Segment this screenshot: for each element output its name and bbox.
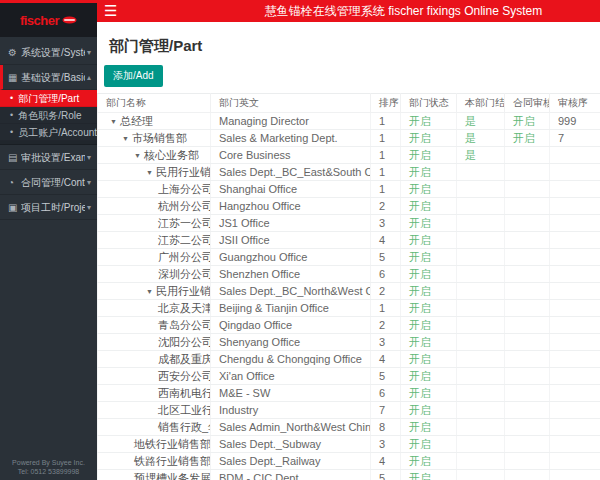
dept-status: 开启 xyxy=(401,470,457,480)
table-row[interactable]: 青岛分公司Qingdao Office2开启 xyxy=(98,317,600,334)
dept-settle xyxy=(457,351,505,368)
dept-name-cell[interactable]: 沈阳分公司 xyxy=(98,334,211,351)
table-row[interactable]: ▼总经理Managing Director1开启是开启999 xyxy=(98,113,600,130)
dept-name-cell[interactable]: 上海分公司 xyxy=(98,181,211,198)
table-row[interactable]: 成都及重庆分公司Chengdu & Chongqing Office4开启 xyxy=(98,351,600,368)
sidebar-item-label: 基础设置/Basic xyxy=(21,65,85,90)
dept-settle: 是 xyxy=(457,113,505,130)
dept-status: 开启 xyxy=(401,181,457,198)
tree-collapse-icon[interactable]: ▼ xyxy=(146,288,153,295)
dept-name: 江苏一公司 xyxy=(158,217,211,229)
contract-audit xyxy=(505,436,550,453)
sidebar-item[interactable]: ⚙系统设置/System▾ xyxy=(0,40,97,65)
table-row[interactable]: 西南机电行业销售团队M&E - SW6开启 xyxy=(98,385,600,402)
dept-name: 市场销售部 xyxy=(132,132,187,144)
dept-name-cell[interactable]: 青岛分公司 xyxy=(98,317,211,334)
powered-by: Powered By Suyee Inc. xyxy=(0,458,97,467)
tree-collapse-icon[interactable]: ▼ xyxy=(134,152,141,159)
dept-name-cell[interactable]: 北京及天津分公司 xyxy=(98,300,211,317)
sidebar-subitem-label: 员工账户/Account xyxy=(18,124,97,141)
footer-tel: Tel: 0512 53899998 xyxy=(0,467,97,476)
dept-name-cell[interactable]: ▼民用行业销售部_华北区+华 xyxy=(98,283,211,300)
table-row[interactable]: 广州分公司Guangzhou Office5开启 xyxy=(98,249,600,266)
audit-order xyxy=(550,249,600,266)
dept-name-cell[interactable]: 江苏一公司 xyxy=(98,215,211,232)
sidebar-item[interactable]: ▤审批设置/Examine▾ xyxy=(0,145,97,170)
dept-name: 预埋槽业务发展部 xyxy=(134,472,211,480)
dept-sort: 1 xyxy=(371,300,401,317)
dept-name-cell[interactable]: ▼民用行业销售部_华东区+华 xyxy=(98,164,211,181)
dept-name-cell[interactable]: 广州分公司 xyxy=(98,249,211,266)
dept-name-cell[interactable]: 北区工业行业销售团队 xyxy=(98,402,211,419)
dept-settle xyxy=(457,453,505,470)
audit-order xyxy=(550,419,600,436)
table-row[interactable]: ▼核心业务部Core Business1开启是 xyxy=(98,147,600,164)
sidebar-subitem[interactable]: •角色职务/Role xyxy=(0,107,97,124)
table-row[interactable]: 预埋槽业务发展部BDM - CIC Dept.5开启 xyxy=(98,470,600,480)
sidebar: fischer ⚙系统设置/System▾▦基础设置/Basic▴•部门管理/P… xyxy=(0,3,97,480)
dept-name-cell[interactable]: 销售行政_华北+华西 xyxy=(98,419,211,436)
dept-settle xyxy=(457,283,505,300)
contract-audit xyxy=(505,300,550,317)
contract-audit xyxy=(505,266,550,283)
dept-status: 开启 xyxy=(401,385,457,402)
table-row[interactable]: ▼市场销售部Sales & Marketing Dept.1开启是开启7 xyxy=(98,130,600,147)
page-title: 部门管理/Part xyxy=(109,37,600,56)
table-row[interactable]: 沈阳分公司Shenyang Office3开启 xyxy=(98,334,600,351)
tree-collapse-icon[interactable]: ▼ xyxy=(146,169,153,176)
bullet-icon: • xyxy=(10,107,13,124)
sidebar-item-label: 审批设置/Examine xyxy=(21,145,85,170)
dept-name-cell[interactable]: 预埋槽业务发展部 xyxy=(98,470,211,480)
dept-name: 铁路行业销售部 xyxy=(134,455,211,467)
dept-name: 沈阳分公司 xyxy=(158,336,211,348)
table-row[interactable]: 销售行政_华北+华西Sales Admin_North&West China8开… xyxy=(98,419,600,436)
dept-english: Sales & Marketing Dept. xyxy=(211,130,371,147)
table-row[interactable]: 北京及天津分公司Beijing & Tianjin Office1开启 xyxy=(98,300,600,317)
table-row[interactable]: ▼民用行业销售部_华东区+华Sales Dept._BC_East&South … xyxy=(98,164,600,181)
audit-order xyxy=(550,453,600,470)
dept-name-cell[interactable]: 铁路行业销售部 xyxy=(98,453,211,470)
dept-settle xyxy=(457,317,505,334)
dept-name-cell[interactable]: 深圳分公司 xyxy=(98,266,211,283)
dept-name-cell[interactable]: ▼核心业务部 xyxy=(98,147,211,164)
bullet-icon: • xyxy=(10,124,13,141)
dept-settle xyxy=(457,334,505,351)
dept-name: 深圳分公司 xyxy=(158,268,211,280)
basic-icon: ▦ xyxy=(8,65,21,90)
table-row[interactable]: 西安分公司Xi'an Office5开启 xyxy=(98,368,600,385)
audit-order xyxy=(550,436,600,453)
add-button[interactable]: 添加/Add xyxy=(104,65,163,87)
table-row[interactable]: 江苏二公司JSII Office4开启 xyxy=(98,232,600,249)
table-row[interactable]: 上海分公司Shanghai Office1开启 xyxy=(98,181,600,198)
dept-name-cell[interactable]: 西南机电行业销售团队 xyxy=(98,385,211,402)
table-row[interactable]: 深圳分公司Shenzhen Office6开启 xyxy=(98,266,600,283)
sidebar-item[interactable]: ◔合同管理/Contract▾ xyxy=(0,170,97,195)
dept-name: 成都及重庆分公司 xyxy=(158,353,211,365)
sidebar-item[interactable]: ▣项目工时/Project Time▾ xyxy=(0,195,97,220)
dept-name-cell[interactable]: 杭州分公司 xyxy=(98,198,211,215)
dept-english: Guangzhou Office xyxy=(211,249,371,266)
dept-name-cell[interactable]: ▼总经理 xyxy=(98,113,211,130)
dept-name-cell[interactable]: 地铁行业销售部 xyxy=(98,436,211,453)
dept-settle: 是 xyxy=(457,130,505,147)
table-row[interactable]: 杭州分公司Hangzhou Office2开启 xyxy=(98,198,600,215)
sidebar-subitem[interactable]: •员工账户/Account xyxy=(0,124,97,141)
table-row[interactable]: 地铁行业销售部Sales Dept._Subway3开启 xyxy=(98,436,600,453)
dept-settle xyxy=(457,436,505,453)
brand-logo[interactable]: fischer xyxy=(0,3,97,37)
dept-name-cell[interactable]: ▼市场销售部 xyxy=(98,130,211,147)
sidebar-subitem[interactable]: •部门管理/Part xyxy=(0,90,97,107)
sidebar-item[interactable]: ▦基础设置/Basic▴ xyxy=(0,65,97,90)
table-row[interactable]: 北区工业行业销售团队Industry7开启 xyxy=(98,402,600,419)
table-row[interactable]: 铁路行业销售部Sales Dept._Railway4开启 xyxy=(98,453,600,470)
tree-collapse-icon[interactable]: ▼ xyxy=(122,135,129,142)
table-row[interactable]: ▼民用行业销售部_华北区+华Sales Dept._BC_North&West … xyxy=(98,283,600,300)
dept-name-cell[interactable]: 西安分公司 xyxy=(98,368,211,385)
col-dept-english: 部门英文 xyxy=(211,94,371,113)
table-row[interactable]: 江苏一公司JS1 Office3开启 xyxy=(98,215,600,232)
tree-collapse-icon[interactable]: ▼ xyxy=(110,118,117,125)
dept-name-cell[interactable]: 成都及重庆分公司 xyxy=(98,351,211,368)
contract-audit: 开启 xyxy=(505,113,550,130)
dept-sort: 3 xyxy=(371,215,401,232)
dept-name-cell[interactable]: 江苏二公司 xyxy=(98,232,211,249)
